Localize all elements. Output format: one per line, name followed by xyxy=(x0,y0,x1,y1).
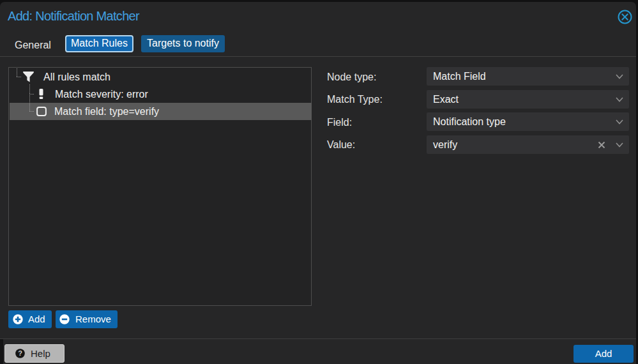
svg-text:?: ? xyxy=(18,349,22,357)
